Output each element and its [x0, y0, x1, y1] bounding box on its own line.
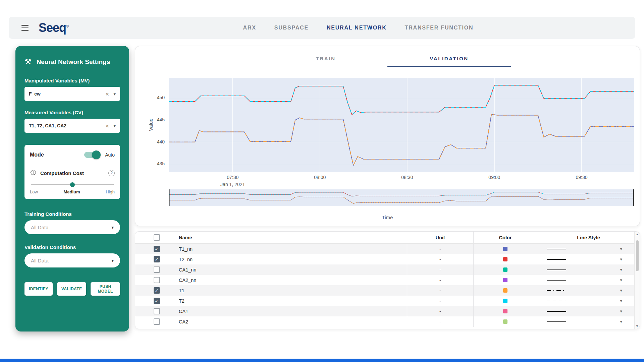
color-swatch[interactable]	[503, 257, 507, 261]
row-checkbox[interactable]: ✓	[154, 256, 160, 262]
chevron-down-icon[interactable]: ▾	[111, 258, 114, 263]
table-row: ✓ T1 - ▾	[135, 285, 640, 296]
mv-label: Manipulated Variables (MV)	[24, 78, 120, 83]
x-tick-label: 08:00	[314, 175, 326, 180]
chevron-down-icon[interactable]: ▾	[620, 298, 622, 303]
chevron-down-icon[interactable]: ▾	[620, 319, 622, 324]
series-name: CA1	[178, 306, 407, 316]
series-name: T2_nn	[178, 254, 407, 264]
tab-validation[interactable]: VALIDATION	[387, 56, 511, 67]
cv-select[interactable]: T1, T2, CA1, CA2 × ▾	[24, 119, 120, 133]
validate-button[interactable]: VALIDATE	[57, 282, 86, 296]
chevron-down-icon[interactable]: ▾	[620, 257, 622, 262]
color-swatch[interactable]	[503, 319, 507, 324]
brain-icon	[30, 170, 37, 176]
col-header-unit[interactable]: Unit	[407, 232, 473, 243]
color-swatch[interactable]	[503, 278, 507, 282]
x-tick-label: 09:00	[488, 175, 500, 180]
chevron-down-icon[interactable]: ▾	[111, 225, 114, 230]
chevron-down-icon[interactable]: ▾	[113, 92, 116, 96]
row-checkbox[interactable]: ✓	[154, 287, 160, 294]
mode-label: Mode	[30, 152, 84, 158]
tab-arx[interactable]: ARX	[243, 25, 256, 31]
slider-handle[interactable]	[70, 182, 75, 187]
main-chart[interactable]	[169, 78, 634, 172]
scroll-down-icon[interactable]: ▼	[636, 324, 639, 328]
color-swatch[interactable]	[503, 309, 507, 313]
registered-mark: ®	[66, 24, 68, 28]
line-style-sample	[546, 258, 567, 261]
series-name: T1_nn	[178, 244, 407, 254]
chevron-down-icon[interactable]: ▾	[620, 246, 622, 251]
validation-conditions-value: All Data	[31, 258, 111, 263]
chevron-down-icon[interactable]: ▾	[620, 309, 622, 314]
toggle-knob[interactable]	[92, 150, 101, 159]
settings-panel: ⚒ Neural Network Settings Manipulated Va…	[15, 46, 129, 331]
col-header-name[interactable]: Name	[178, 232, 407, 243]
line-style-sample	[546, 268, 567, 271]
tab-subspace[interactable]: SUBSPACE	[274, 25, 309, 31]
training-conditions-value: All Data	[31, 225, 111, 230]
x-tick-label: 08:30	[401, 175, 413, 180]
table-row: CA1 - ▾	[135, 306, 640, 316]
mv-select[interactable]: F_cw × ▾	[24, 87, 120, 101]
push-model-button[interactable]: PUSH MODEL	[91, 282, 120, 296]
table-row: CA2_nn - ▾	[135, 275, 640, 285]
tab-train[interactable]: TRAIN	[264, 56, 387, 67]
range-navigator[interactable]	[169, 189, 634, 206]
tab-neural-network[interactable]: NEURAL NETWORK	[327, 25, 387, 31]
chevron-down-icon[interactable]: ▾	[620, 267, 622, 272]
identify-button[interactable]: IDENTIFY	[24, 282, 53, 296]
chevron-down-icon[interactable]: ▾	[620, 278, 622, 283]
table-header-row: Name Unit Color Line Style	[135, 232, 640, 244]
select-all-checkbox[interactable]	[154, 234, 160, 241]
row-checkbox[interactable]	[154, 266, 160, 273]
seeq-logo: Seeq®	[39, 21, 68, 35]
series-table: Name Unit Color Line Style ✓ T1_nn - ▾ ✓…	[135, 231, 640, 329]
x-axis-ticks: 07:3008:0008:3009:0009:30Jan 1, 2021	[169, 175, 634, 189]
x-axis-date-label: Jan 1, 2021	[220, 182, 245, 187]
col-header-color[interactable]: Color	[473, 232, 537, 243]
tab-transfer-function[interactable]: TRANSFER FUNCTION	[405, 25, 474, 31]
color-swatch[interactable]	[503, 299, 507, 303]
col-header-line-style[interactable]: Line Style	[537, 232, 640, 243]
series-unit: -	[407, 306, 473, 316]
nav-handle-left[interactable]	[169, 189, 170, 206]
cv-label: Measured Variables (CV)	[24, 110, 120, 115]
x-axis-title: Time	[135, 215, 640, 220]
series-unit: -	[407, 254, 473, 264]
nav-handle-right[interactable]	[633, 189, 634, 206]
row-checkbox[interactable]	[154, 277, 160, 283]
row-checkbox[interactable]: ✓	[154, 298, 160, 304]
help-icon[interactable]: ?	[108, 170, 115, 176]
model-type-tabs: ARX SUBSPACE NEURAL NETWORK TRANSFER FUN…	[243, 25, 474, 31]
color-swatch[interactable]	[503, 288, 507, 293]
training-conditions-select[interactable]: All Data ▾	[24, 220, 120, 234]
line-style-sample	[546, 289, 567, 292]
row-checkbox[interactable]	[154, 308, 160, 314]
color-swatch[interactable]	[503, 267, 507, 272]
validation-conditions-select[interactable]: All Data ▾	[24, 253, 120, 267]
tools-icon: ⚒	[24, 58, 32, 66]
clear-icon[interactable]: ×	[105, 123, 109, 129]
series-unit: -	[407, 316, 473, 327]
clear-icon[interactable]: ×	[105, 91, 109, 97]
table-row: ✓ T2 - ▾	[135, 296, 640, 306]
top-header: Seeq® ARX SUBSPACE NEURAL NETWORK TRANSF…	[9, 17, 635, 39]
y-tick-label: 450	[135, 95, 165, 100]
y-axis-ticks: 435440445450	[135, 78, 166, 172]
y-tick-label: 445	[135, 117, 165, 122]
chevron-down-icon[interactable]: ▾	[620, 288, 622, 293]
color-swatch[interactable]	[503, 247, 507, 251]
cost-slider[interactable]	[31, 182, 114, 187]
row-checkbox[interactable]	[154, 318, 160, 325]
chevron-down-icon[interactable]: ▾	[113, 124, 116, 128]
line-style-sample	[546, 279, 567, 282]
menu-icon[interactable]	[21, 25, 29, 31]
scroll-up-icon[interactable]: ▲	[636, 233, 639, 236]
mode-toggle[interactable]	[84, 152, 100, 158]
mode-card: Mode Auto Computation Cost ? Low Medium	[24, 145, 120, 199]
row-checkbox[interactable]: ✓	[154, 246, 160, 252]
scrollbar-thumb[interactable]	[636, 240, 639, 271]
table-scrollbar[interactable]: ▲ ▼	[634, 232, 640, 329]
